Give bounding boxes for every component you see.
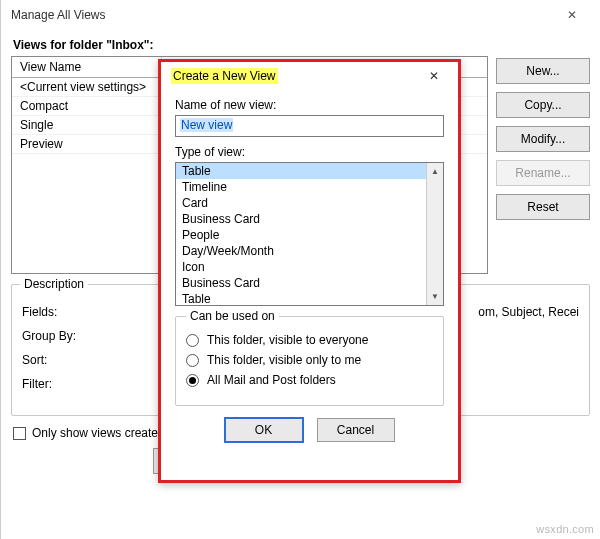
radio-row[interactable]: All Mail and Post folders [186,373,433,387]
list-item[interactable]: Card [176,195,426,211]
list-item[interactable]: Table [176,291,426,306]
modal-close-button[interactable]: ✕ [418,66,450,86]
checkbox-icon[interactable] [13,427,26,440]
radio-label: This folder, visible only to me [207,353,361,367]
close-icon: ✕ [429,69,439,83]
list-item[interactable]: People [176,227,426,243]
modal-ok-button[interactable]: OK [225,418,303,442]
new-button[interactable]: New... [496,58,590,84]
type-label: Type of view: [175,145,444,159]
modal-button-row: OK Cancel [175,418,444,442]
radio-row[interactable]: This folder, visible to everyone [186,333,433,347]
views-for-label: Views for folder "Inbox": [13,38,590,52]
scroll-down-icon[interactable]: ▼ [427,288,443,305]
name-input[interactable]: New view [175,115,444,137]
radio-icon[interactable] [186,374,199,387]
modal-body: Name of new view: New view Type of view:… [161,90,458,452]
list-item[interactable]: Business Card [176,211,426,227]
copy-button[interactable]: Copy... [496,92,590,118]
radio-row[interactable]: This folder, visible only to me [186,353,433,367]
list-item[interactable]: Business Card [176,275,426,291]
modal-titlebar: Create a New View ✕ [161,62,458,90]
scroll-up-icon[interactable]: ▲ [427,163,443,180]
description-legend: Description [20,277,88,291]
radio-icon[interactable] [186,334,199,347]
list-item[interactable]: Table [176,163,426,179]
rename-button[interactable]: Rename... [496,160,590,186]
radio-label: All Mail and Post folders [207,373,336,387]
right-button-stack: New... Copy... Modify... Rename... Reset [496,56,590,220]
group-legend: Can be used on [186,309,279,323]
titlebar: Manage All Views ✕ [1,0,600,30]
can-be-used-on-group: Can be used on This folder, visible to e… [175,316,444,406]
type-listbox[interactable]: Table Timeline Card Business Card People… [175,162,444,306]
modal-title: Create a New View [171,68,278,84]
reset-button[interactable]: Reset [496,194,590,220]
filter-label: Filter: [22,377,92,391]
name-input-value: New view [180,118,233,132]
name-label: Name of new view: [175,98,444,112]
radio-icon[interactable] [186,354,199,367]
dialog-title: Manage All Views [11,8,554,22]
sort-label: Sort: [22,353,92,367]
list-item[interactable]: Day/Week/Month [176,243,426,259]
radio-label: This folder, visible to everyone [207,333,368,347]
close-button[interactable]: ✕ [554,3,590,27]
modify-button[interactable]: Modify... [496,126,590,152]
fields-label: Fields: [22,305,92,319]
create-new-view-dialog: Create a New View ✕ Name of new view: Ne… [158,59,461,483]
modal-cancel-button[interactable]: Cancel [317,418,395,442]
list-items: Table Timeline Card Business Card People… [176,163,426,306]
groupby-label: Group By: [22,329,92,343]
close-icon: ✕ [567,8,577,22]
col-view-name[interactable]: View Name [12,57,162,77]
list-item[interactable]: Timeline [176,179,426,195]
list-item[interactable]: Icon [176,259,426,275]
scrollbar[interactable]: ▲ ▼ [426,163,443,305]
watermark: wsxdn.com [536,523,594,535]
